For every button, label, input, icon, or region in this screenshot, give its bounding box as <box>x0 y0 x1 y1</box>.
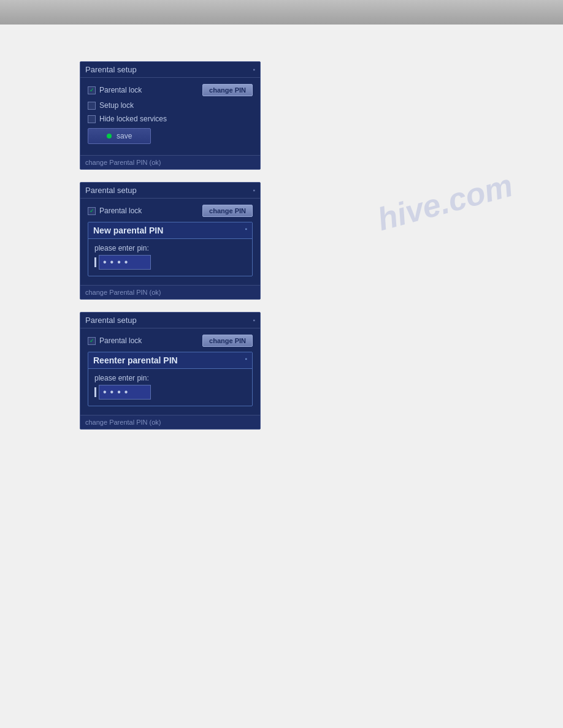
panel-3-title-bar: Parental setup ▪ <box>80 313 260 328</box>
setup-lock-row: Setup lock <box>88 101 253 110</box>
new-pin-input[interactable] <box>99 255 151 270</box>
parental-setup-panel-1: Parental setup ▪ Parental lock change PI… <box>80 61 261 170</box>
reenter-pin-label: please enter pin: <box>94 374 246 382</box>
top-bar <box>0 0 563 25</box>
setup-lock-checkbox[interactable] <box>88 102 96 110</box>
panel-2-body: Parental lock change PIN New parental PI… <box>80 199 260 285</box>
save-button[interactable]: save <box>88 128 151 144</box>
panel-3-parental-lock-checkbox[interactable] <box>88 337 96 345</box>
new-pin-label: please enter pin: <box>94 244 246 252</box>
panel-2-status: change Parental PIN (ok) <box>80 285 260 299</box>
new-pin-input-row <box>94 255 246 270</box>
panel-3-status: change Parental PIN (ok) <box>80 415 260 429</box>
panel-1-title: Parental setup <box>85 65 137 74</box>
panel-1-title-bar: Parental setup ▪ <box>80 62 260 78</box>
panel-2-parental-lock-label: Parental lock <box>99 207 142 215</box>
new-pin-panel-title-bar: New parental PIN ▪ <box>88 222 252 239</box>
hide-locked-checkbox[interactable] <box>88 115 96 123</box>
hide-locked-row: Hide locked services <box>88 115 253 123</box>
new-pin-corner: ▪ <box>245 226 247 235</box>
panel-2-title-bar: Parental setup ▪ <box>80 183 260 199</box>
hide-locked-label: Hide locked services <box>99 115 167 123</box>
reenter-pin-panel-body: please enter pin: <box>88 369 252 406</box>
panel-1-body: Parental lock change PIN Setup lock Hide… <box>80 78 260 155</box>
panel-2-corner-icon: ▪ <box>253 187 255 194</box>
save-dot <box>107 134 112 138</box>
panel-2-parental-lock-checkbox[interactable] <box>88 207 96 215</box>
panel-3-body: Parental lock change PIN Reenter parenta… <box>80 328 260 415</box>
panel-3-parental-lock-left: Parental lock <box>88 336 142 345</box>
panel-3-parental-lock-row: Parental lock change PIN <box>88 335 253 347</box>
panel-1-status: change Parental PIN (ok) <box>80 155 260 169</box>
panel-1-corner-icon: ▪ <box>253 66 255 73</box>
new-pin-panel-title: New parental PIN <box>93 226 163 235</box>
reenter-pin-panel-title: Reenter parental PIN <box>93 355 178 365</box>
parental-lock-left: Parental lock <box>88 86 142 94</box>
save-label: save <box>117 132 132 140</box>
change-pin-button-1[interactable]: change PIN <box>202 84 253 96</box>
parental-lock-label: Parental lock <box>99 86 142 94</box>
content-area: Parental setup ▪ Parental lock change PI… <box>0 25 563 430</box>
parental-setup-panel-3: Parental setup ▪ Parental lock change PI… <box>80 312 261 430</box>
new-parental-pin-panel: New parental PIN ▪ please enter pin: <box>88 222 253 276</box>
new-pin-panel-body: please enter pin: <box>88 239 252 276</box>
panel-3-title: Parental setup <box>85 316 137 325</box>
reenter-pin-corner: ▪ <box>245 355 247 365</box>
reenter-pin-input[interactable] <box>99 385 151 400</box>
reenter-pin-panel-title-bar: Reenter parental PIN ▪ <box>88 352 252 369</box>
reenter-pin-cursor <box>94 387 96 397</box>
change-pin-button-3[interactable]: change PIN <box>202 335 253 347</box>
reenter-parental-pin-panel: Reenter parental PIN ▪ please enter pin: <box>88 352 253 406</box>
change-pin-button-2[interactable]: change PIN <box>202 205 253 217</box>
panel-2-parental-lock-row: Parental lock change PIN <box>88 205 253 217</box>
panel-2-parental-lock-left: Parental lock <box>88 207 142 215</box>
panel-3-parental-lock-label: Parental lock <box>99 336 142 345</box>
parental-lock-row: Parental lock change PIN <box>88 84 253 96</box>
parental-lock-checkbox[interactable] <box>88 86 96 94</box>
panel-3-corner-icon: ▪ <box>253 317 255 324</box>
reenter-pin-input-row <box>94 385 246 400</box>
parental-setup-panel-2: Parental setup ▪ Parental lock change PI… <box>80 182 261 300</box>
save-row: save <box>88 128 253 144</box>
pin-cursor <box>94 257 96 267</box>
panel-2-title: Parental setup <box>85 186 137 195</box>
setup-lock-label: Setup lock <box>99 101 134 110</box>
